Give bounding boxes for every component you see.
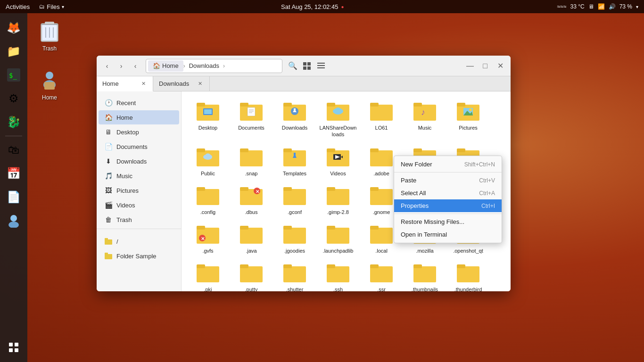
breadcrumb-home-button[interactable]: 🏠 Home — [148, 60, 183, 72]
context-menu-item[interactable]: Restore Missing Files... — [394, 215, 502, 228]
file-item[interactable]: .gconf — [274, 181, 315, 218]
file-name: .gconf — [288, 209, 302, 215]
sidebar-item-documents[interactable]: 📄 Documents — [99, 140, 179, 154]
file-item[interactable]: .thunderbird — [447, 259, 489, 291]
file-item[interactable]: .ssh — [317, 259, 359, 291]
app-name-area[interactable]: 🗂 Files ▾ — [35, 3, 67, 10]
breadcrumb-sub-label[interactable]: Downloads — [185, 61, 223, 70]
svg-rect-124 — [327, 264, 335, 268]
dock-item-terminal[interactable]: $_ — [3, 64, 25, 86]
view-list-button[interactable] — [314, 59, 328, 73]
context-menu-item[interactable]: PasteCtrl+V — [394, 174, 502, 187]
dock-item-docs[interactable]: 📄 — [3, 186, 25, 208]
context-menu-shortcut: Ctrl+A — [479, 190, 495, 197]
svg-point-3 — [8, 222, 19, 228]
close-button[interactable]: ✕ — [494, 59, 507, 73]
file-item[interactable]: .launchpadlib — [317, 220, 359, 257]
sidebar-item-root[interactable]: / — [99, 234, 179, 248]
app-name-label: Files — [47, 3, 59, 10]
file-icon — [326, 184, 350, 207]
tab-home-close[interactable]: ✕ — [140, 80, 147, 88]
file-item[interactable]: .java — [231, 220, 272, 257]
dock-item-settings[interactable]: ⚙ — [3, 88, 25, 109]
tab-downloads-label: Downloads — [159, 80, 189, 87]
sidebar-item-recent-label: Recent — [116, 99, 136, 107]
context-menu-item[interactable]: Select AllCtrl+A — [394, 187, 502, 199]
file-item[interactable]: Templates — [274, 143, 315, 180]
file-item[interactable]: .snap — [231, 143, 272, 180]
file-item[interactable]: .jgoodies — [274, 220, 315, 257]
file-item[interactable]: .pki — [187, 259, 229, 291]
svg-rect-41 — [283, 103, 292, 107]
context-menu-item[interactable]: Open in Terminal — [394, 228, 502, 241]
file-item[interactable]: Videos — [317, 143, 359, 180]
svg-point-60 — [469, 108, 472, 111]
sidebar-item-desktop-label: Desktop — [116, 129, 139, 136]
file-name: .ssr — [377, 286, 386, 291]
file-item[interactable]: LO61 — [361, 97, 402, 141]
view-grid-button[interactable] — [300, 59, 314, 73]
dock-item-vpn[interactable]: 🐉 — [3, 111, 25, 133]
sidebar-item-recent[interactable]: 🕐 Recent — [99, 96, 179, 110]
sidebar-item-trash[interactable]: 🗑 Trash — [99, 213, 179, 227]
dock-item-software[interactable]: 🛍 — [3, 139, 25, 161]
dock-item-files[interactable]: 📁 — [3, 41, 25, 62]
file-name: .thunderbird — [454, 286, 482, 291]
sidebar-item-videos[interactable]: 🎬 Videos — [99, 198, 179, 212]
file-name: Downloads — [282, 124, 307, 131]
svg-rect-29 — [105, 253, 108, 255]
desktop-icon-trash[interactable]: Trash — [35, 17, 64, 54]
file-icon — [239, 262, 264, 284]
file-name: .java — [246, 247, 256, 254]
file-item[interactable]: LANShareDownloads — [317, 97, 359, 141]
file-item[interactable]: .thumbnails — [404, 259, 446, 291]
file-item[interactable]: .putty — [231, 259, 272, 291]
file-item[interactable]: Desktop — [187, 97, 229, 141]
dock-item-firefox[interactable]: 🦊 — [3, 17, 25, 39]
svg-point-50 — [335, 107, 341, 112]
file-item[interactable]: .shutter — [274, 259, 315, 291]
sidebar-item-home[interactable]: 🏠 Home — [99, 110, 179, 124]
file-item[interactable]: Documents — [231, 97, 272, 141]
desktop-icon-home[interactable]: Home — [35, 66, 64, 103]
search-button[interactable]: 🔍 — [286, 59, 299, 73]
file-item[interactable]: Downloads — [274, 97, 315, 141]
sidebar-item-downloads[interactable]: ⬇ Downloads — [99, 154, 179, 168]
file-item[interactable]: .gimp-2.8 — [317, 181, 359, 218]
maximize-button[interactable]: □ — [479, 59, 492, 73]
file-item[interactable]: ✕ .gvfs — [187, 220, 229, 257]
sidebar-item-folder-sample[interactable]: Folder Sample — [99, 249, 179, 263]
desktop-sidebar-icon: 🖥 — [104, 128, 113, 136]
file-item[interactable]: .config — [187, 181, 229, 218]
dock-item-contacts[interactable] — [3, 210, 25, 231]
context-menu-shortcut: Shift+Ctrl+N — [464, 161, 495, 168]
svg-rect-91 — [283, 189, 306, 205]
file-item[interactable]: ♪ Music — [404, 97, 446, 141]
back-button[interactable]: ‹ — [100, 59, 114, 73]
sidebar-item-music[interactable]: 🎵 Music — [99, 169, 179, 183]
tab-downloads-close[interactable]: ✕ — [196, 80, 204, 88]
forward-button[interactable]: › — [115, 59, 128, 73]
context-menu-item[interactable]: New FolderShift+Ctrl+N — [394, 158, 502, 171]
file-item[interactable]: Public — [187, 143, 229, 180]
minimize-button[interactable]: — — [463, 59, 477, 73]
breadcrumb-home-label: Home — [162, 62, 179, 69]
svg-rect-82 — [413, 148, 422, 152]
tab-home[interactable]: Home ✕ — [97, 76, 153, 91]
svg-rect-112 — [370, 226, 379, 230]
dock-item-grid[interactable] — [3, 337, 25, 358]
file-icon — [326, 100, 350, 123]
dock-item-calendar[interactable]: 📅 — [3, 163, 25, 184]
file-item[interactable]: .ssr — [361, 259, 402, 291]
activities-button[interactable]: Activities — [0, 0, 35, 13]
context-menu-item[interactable]: PropertiesCtrl+I — [394, 199, 502, 212]
svg-rect-117 — [197, 266, 219, 282]
file-item[interactable]: ✕ .dbus — [231, 181, 272, 218]
home-icon — [37, 68, 62, 92]
sidebar-item-desktop[interactable]: 🖥 Desktop — [99, 125, 179, 139]
sidebar-item-pictures[interactable]: 🖼 Pictures — [99, 183, 179, 197]
file-item[interactable]: Pictures — [447, 97, 489, 141]
tab-downloads[interactable]: Downloads ✕ — [153, 76, 210, 91]
sidebar-item-downloads-label: Downloads — [116, 158, 147, 165]
up-button[interactable]: ‹ — [129, 59, 142, 73]
